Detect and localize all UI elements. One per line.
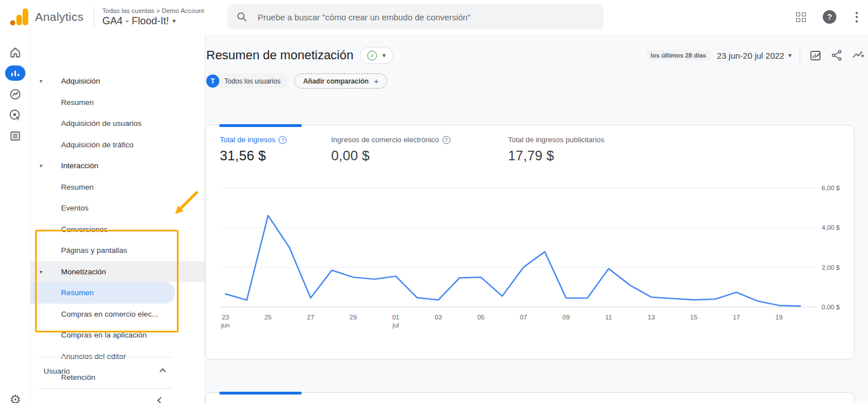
- date-hint-label: los últimos 28 días: [646, 50, 710, 60]
- property-selector[interactable]: GA4 - Flood-It! ▾: [102, 15, 204, 27]
- sidebar-item-resumen-adquisicion[interactable]: Resumen: [31, 92, 205, 113]
- svg-text:13: 13: [648, 314, 655, 321]
- svg-text:17: 17: [733, 314, 740, 321]
- svg-text:09: 09: [562, 314, 570, 321]
- nav-rail: ⚙: [0, 34, 31, 403]
- property-name: GA4 - Flood-It!: [102, 15, 169, 27]
- explore-nav-icon[interactable]: [0, 84, 31, 104]
- library-nav-icon[interactable]: [0, 125, 31, 146]
- audience-avatar: T: [206, 75, 219, 87]
- search-icon: [236, 11, 248, 23]
- date-range-picker[interactable]: 23 jun-20 jul 2022 ▾: [717, 51, 792, 60]
- caret-down-icon: ▾: [40, 163, 42, 169]
- svg-text:11: 11: [605, 314, 612, 321]
- active-tab-indicator: [219, 392, 302, 395]
- sidebar-item-compras-aplicacion[interactable]: Compras en la aplicación: [31, 325, 205, 346]
- sidebar-item-resumen-monetizacion[interactable]: Resumen: [31, 282, 175, 304]
- sidebar-item-adquisicion-usuarios[interactable]: Adquisición de usuarios: [31, 113, 205, 134]
- monetization-overview-card: Total de ingresos? 31,56 $ Ingresos de c…: [205, 125, 854, 360]
- svg-text:2,00 $: 2,00 $: [822, 264, 840, 271]
- svg-text:05: 05: [478, 314, 485, 321]
- sidebar-section-adquisicion[interactable]: ▾ Adquisición: [31, 71, 205, 92]
- chevron-down-icon: ▾: [172, 17, 176, 25]
- next-overview-card: [205, 392, 854, 403]
- svg-text:27: 27: [307, 314, 314, 321]
- report-sidenav: ▾ Adquisición Resumen Adquisición de usu…: [31, 34, 205, 403]
- sidebar-item-resumen-interaccion[interactable]: Resumen: [31, 177, 205, 198]
- ga4-app-window: Analytics Todas las cuentas > Demo Accou…: [0, 0, 868, 403]
- chevron-up-icon: [159, 368, 166, 374]
- svg-text:23: 23: [222, 314, 229, 321]
- share-icon[interactable]: [830, 48, 844, 63]
- home-nav-icon[interactable]: [0, 42, 31, 63]
- collapse-sidenav-icon[interactable]: [157, 397, 164, 403]
- audience-chip[interactable]: T Todos los usuarios: [205, 73, 288, 89]
- toolbar-divider: [800, 47, 800, 63]
- report-status-dropdown[interactable]: ✓ ▾: [360, 47, 393, 64]
- caret-down-icon: ▾: [40, 269, 42, 275]
- svg-text:25: 25: [264, 314, 272, 321]
- svg-text:07: 07: [520, 314, 527, 321]
- svg-text:0,00 $: 0,00 $: [822, 304, 840, 310]
- customize-report-icon[interactable]: [808, 48, 823, 63]
- sidebar-item-adquisicion-trafico[interactable]: Adquisición de tráfico: [31, 134, 205, 156]
- svg-text:03: 03: [435, 314, 442, 321]
- sidebar-item-conversiones[interactable]: Conversiones: [31, 219, 205, 240]
- more-options-icon[interactable]: [853, 10, 860, 25]
- sidebar-section-interaccion[interactable]: ▾ Interacción: [31, 155, 205, 177]
- svg-text:6,00 $: 6,00 $: [822, 185, 840, 191]
- sidebar-collection-usuario[interactable]: Usuario: [31, 361, 205, 380]
- advertising-nav-icon[interactable]: [0, 104, 31, 125]
- topbar-actions: ?: [796, 0, 860, 34]
- brand[interactable]: Analytics: [0, 7, 94, 27]
- search-bar[interactable]: [227, 5, 604, 29]
- svg-text:4,00 $: 4,00 $: [822, 224, 840, 231]
- chevron-down-icon: ▾: [382, 51, 385, 59]
- sidebar-section-monetizacion[interactable]: ▾ Monetización: [31, 261, 205, 283]
- topbar-divider: [94, 6, 94, 28]
- svg-text:15: 15: [690, 314, 697, 321]
- reports-nav-icon-selected[interactable]: [0, 63, 31, 84]
- svg-text:jun: jun: [220, 322, 229, 328]
- chevron-down-icon: ▾: [788, 51, 792, 59]
- analytics-logo-icon: [9, 7, 29, 27]
- svg-text:jul: jul: [392, 322, 400, 328]
- brand-name: Analytics: [35, 10, 84, 24]
- plus-icon: +: [374, 76, 379, 86]
- sidebar-item-paginas-pantallas[interactable]: Páginas y pantallas: [31, 240, 205, 261]
- reports-selected-pill: [5, 65, 25, 81]
- report-canvas: Resumen de monetización ✓ ▾ los últimos …: [205, 34, 868, 403]
- help-icon[interactable]: ?: [823, 10, 836, 24]
- top-bar: Analytics Todas las cuentas > Demo Accou…: [0, 0, 868, 34]
- add-comparison-button[interactable]: Añadir comparación +: [294, 73, 387, 89]
- sidebar-item-compras-comercio[interactable]: Compras en comercio elec...: [31, 304, 205, 325]
- account-switcher[interactable]: Todas las cuentas > Demo Account GA4 - F…: [102, 7, 204, 27]
- admin-gear-icon[interactable]: ⚙: [0, 392, 31, 403]
- caret-down-icon: ▾: [40, 78, 42, 84]
- svg-text:29: 29: [350, 314, 357, 321]
- check-circle-icon: ✓: [367, 51, 377, 60]
- sidenav-divider: [38, 357, 172, 357]
- svg-text:19: 19: [775, 314, 783, 321]
- apps-grid-icon[interactable]: [796, 12, 806, 22]
- sidebar-item-eventos[interactable]: Eventos: [31, 198, 205, 219]
- sidenav-divider: [38, 388, 172, 389]
- breadcrumb[interactable]: Todas las cuentas > Demo Account: [102, 7, 204, 14]
- search-input[interactable]: [258, 12, 594, 22]
- insights-icon[interactable]: [851, 48, 866, 63]
- page-title: Resumen de monetización: [206, 48, 353, 63]
- revenue-line-chart: 6,00 $4,00 $2,00 $0,00 $23jun25272901jul…: [206, 125, 854, 359]
- svg-text:01: 01: [392, 314, 400, 321]
